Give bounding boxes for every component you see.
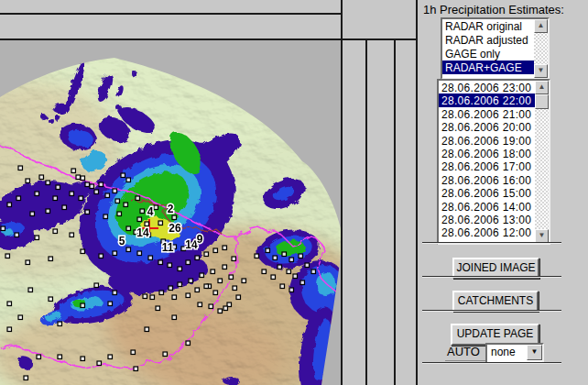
- time-scrollbar[interactable]: ▲ ▼: [535, 81, 549, 243]
- time-option[interactable]: 28.06.2006 19:00: [439, 134, 549, 147]
- gauge-square: [1, 226, 5, 231]
- gauge-value-label: 4: [147, 205, 154, 218]
- gauge-square: [163, 352, 168, 357]
- gauge-square: [7, 203, 12, 207]
- time-rows: 28.06.2006 23:0028.06.2006 22:0028.06.20…: [439, 81, 549, 239]
- gauge-square: [81, 303, 85, 308]
- gauge-square: [81, 176, 85, 181]
- gauge-square: [46, 209, 50, 214]
- radar-map: 242614511149: [0, 40, 342, 385]
- gauge-square: [126, 178, 131, 182]
- gauge-square: [81, 249, 85, 254]
- gauge-square: [172, 295, 177, 300]
- gauge-square: [287, 270, 291, 274]
- control-panel: 1h Precipitation Estimates: RADAR origin…: [418, 0, 588, 385]
- gauge-square: [140, 209, 145, 214]
- gauge-square: [280, 284, 285, 289]
- scrollbar-thumb[interactable]: [535, 94, 549, 109]
- gauge-square: [148, 256, 153, 260]
- gauge-square: [293, 274, 298, 279]
- gauge-value-label: 9: [197, 233, 203, 246]
- separator: [422, 362, 561, 364]
- gauge-square: [168, 263, 172, 268]
- gauge-square: [218, 279, 223, 283]
- time-option[interactable]: 28.06.2006 22:00: [439, 94, 549, 106]
- gauge-square: [53, 196, 58, 201]
- gauge-square: [266, 248, 270, 253]
- gauge-square: [49, 257, 53, 261]
- gauge-square: [26, 179, 30, 183]
- gauge-square: [273, 256, 278, 260]
- gauge-square: [99, 182, 103, 187]
- catchments-button[interactable]: CATCHMENTS: [452, 291, 539, 312]
- time-option[interactable]: 28.06.2006 20:00: [439, 120, 549, 133]
- product-option[interactable]: RADAR+GAGE: [442, 60, 548, 74]
- gauge-square: [189, 279, 193, 283]
- time-listbox[interactable]: 28.06.2006 23:0028.06.2006 22:0028.06.20…: [437, 79, 550, 245]
- gauge-square: [124, 203, 128, 207]
- gauge-square: [137, 251, 142, 256]
- time-option[interactable]: 28.06.2006 23:00: [439, 81, 549, 94]
- gauge-square: [282, 252, 287, 257]
- gauge-square: [126, 226, 131, 231]
- gauge-square: [158, 221, 163, 226]
- gauge-square: [35, 236, 39, 240]
- gauge-square: [204, 284, 209, 289]
- gauge-square: [24, 376, 28, 380]
- precip-blob: [41, 115, 47, 120]
- separator: [422, 276, 561, 278]
- scroll-down-icon[interactable]: ▼: [535, 229, 549, 243]
- gauge-square: [186, 341, 191, 346]
- gauge-square: [305, 263, 310, 268]
- gauge-square: [233, 286, 237, 291]
- gauge-square: [178, 267, 182, 271]
- gauge-square: [223, 265, 227, 270]
- auto-label: AUTO: [445, 343, 487, 361]
- gauge-square: [7, 327, 12, 332]
- product-option[interactable]: GAGE only: [442, 47, 548, 60]
- gauge-square: [46, 181, 50, 185]
- auto-select[interactable]: none ▼: [485, 343, 544, 364]
- time-option[interactable]: 28.06.2006 16:00: [439, 173, 549, 186]
- time-option[interactable]: 28.06.2006 15:00: [439, 186, 549, 199]
- gauge-square: [115, 199, 120, 204]
- product-option[interactable]: RADAR adjusted: [442, 33, 548, 47]
- time-option[interactable]: 28.06.2006 17:00: [439, 160, 549, 172]
- gauge-square: [299, 254, 303, 258]
- gauge-square: [103, 214, 108, 219]
- time-option[interactable]: 28.06.2006 14:00: [439, 200, 549, 213]
- gauge-square: [159, 291, 164, 295]
- frame-vline-1: [341, 0, 343, 385]
- gauge-square: [218, 309, 223, 314]
- gauge-square: [300, 280, 305, 285]
- precip-blob: [49, 118, 54, 124]
- time-option[interactable]: 28.06.2006 13:00: [439, 213, 549, 226]
- gauge-square: [289, 258, 294, 262]
- gauge-square: [229, 275, 234, 280]
- gauge-square: [16, 196, 21, 201]
- chevron-down-icon[interactable]: ▼: [527, 345, 542, 360]
- product-listbox[interactable]: RADAR originalRADAR adjustedGAGE onlyRAD…: [441, 17, 550, 80]
- gauge-square: [76, 175, 81, 180]
- gauge-square: [58, 322, 62, 326]
- frame-hline-second: [0, 38, 418, 40]
- gauge-square: [172, 315, 177, 320]
- gauge-value-label: 5: [119, 235, 125, 248]
- gauge-square: [7, 302, 12, 306]
- gauge-square: [311, 270, 316, 274]
- gauge-square: [213, 291, 218, 295]
- product-scrollbar[interactable]: ▲ ▼: [534, 19, 548, 78]
- scroll-down-icon[interactable]: ▼: [534, 64, 548, 78]
- time-option[interactable]: 28.06.2006 12:00: [439, 226, 549, 238]
- gauge-square: [53, 229, 58, 234]
- gauge-square: [131, 350, 136, 355]
- precip-blob: [316, 272, 336, 296]
- gauge-square: [39, 175, 44, 180]
- time-option[interactable]: 28.06.2006 18:00: [439, 147, 549, 160]
- product-option[interactable]: RADAR original: [442, 19, 548, 33]
- scroll-up-icon[interactable]: ▲: [534, 19, 548, 33]
- time-option[interactable]: 28.06.2006 21:00: [439, 107, 549, 120]
- scroll-up-icon[interactable]: ▲: [535, 81, 549, 94]
- gauge-square: [79, 196, 83, 201]
- gauge-square: [209, 304, 213, 309]
